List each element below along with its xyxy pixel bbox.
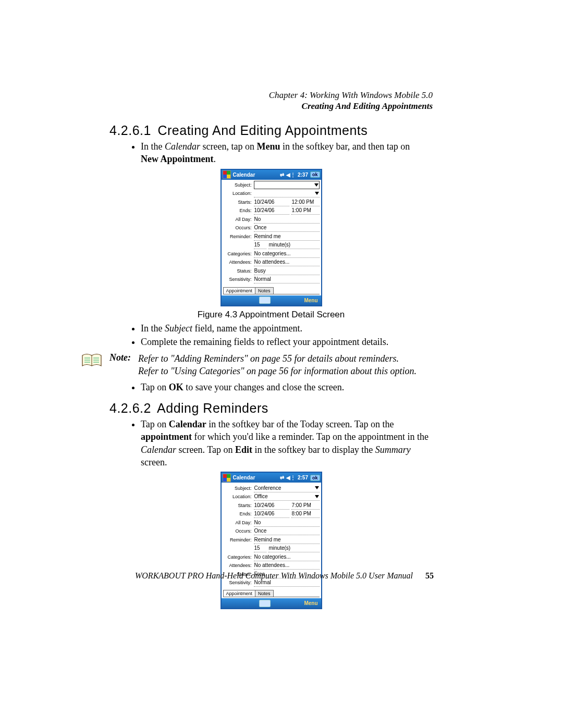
reminder-field[interactable]: Remind me xyxy=(254,232,320,241)
ok-button[interactable]: ok xyxy=(310,171,320,178)
chapter-line: Chapter 4: Working With Windows Mobile 5… xyxy=(269,90,433,101)
wm-softkey-bar: Menu xyxy=(222,295,321,305)
section-heading-4261: 4.2.6.1 Creating And Editing Appointment… xyxy=(109,123,433,138)
allday-label: All Day: xyxy=(223,520,254,525)
section-heading-4262: 4.2.6.2 Adding Reminders xyxy=(109,401,433,416)
allday-label: All Day: xyxy=(223,217,254,222)
wm-form: Subject: Location: Starts: 10/24/06 12:0… xyxy=(222,180,321,295)
starts-time-field[interactable]: 7:00 PM xyxy=(291,501,320,510)
wm-form: Subject: Conference Location: Office Sta… xyxy=(222,483,321,598)
wm-softkey-bar: Menu xyxy=(222,598,321,608)
categories-field[interactable]: No categories... xyxy=(254,553,320,561)
sensitivity-label: Sensitivity: xyxy=(223,277,254,282)
appointment-detail-screenshot-2: Calendar ⇄ ◀⋮ 2:57 ok Subject: Conferenc… xyxy=(221,472,322,609)
manual-page: Chapter 4: Working With Windows Mobile 5… xyxy=(0,0,563,728)
wm-titlebar: Calendar ⇄ ◀⋮ 2:57 ok xyxy=(222,473,321,483)
attendees-label: Attendees: xyxy=(223,260,254,265)
note-text: Refer to "Adding Reminders" on page 55 f… xyxy=(138,352,417,378)
status-field[interactable]: Busy xyxy=(254,267,320,275)
keyboard-icon[interactable] xyxy=(259,297,271,304)
reminder-field[interactable]: Remind me xyxy=(254,536,320,544)
wm-titlebar: Calendar ⇄ ◀⋮ 2:37 ok xyxy=(222,170,321,180)
bullet-item: Tap on Calendar in the softkey bar of th… xyxy=(141,418,433,468)
occurs-label: Occurs: xyxy=(223,225,254,230)
location-field[interactable] xyxy=(254,189,320,198)
tab-appointment[interactable]: Appointment xyxy=(223,287,256,294)
footer-text: WORKABOUT PRO Hand-Held Computer With Wi… xyxy=(135,571,413,580)
dropdown-icon[interactable] xyxy=(315,192,319,195)
starts-time-field[interactable]: 12:00 PM xyxy=(291,198,320,206)
starts-date-field[interactable]: 10/24/06 xyxy=(254,198,289,206)
softkey-menu[interactable]: Menu xyxy=(304,600,321,606)
wm-status-area: ⇄ ◀⋮ 2:37 ok xyxy=(280,171,320,178)
reminder-unit-field[interactable]: minute(s) xyxy=(268,241,320,249)
starts-label: Starts: xyxy=(223,503,254,508)
wm-clock: 2:37 xyxy=(298,172,308,178)
softkey-menu[interactable]: Menu xyxy=(304,298,321,303)
tab-notes[interactable]: Notes xyxy=(255,287,274,294)
allday-field[interactable]: No xyxy=(254,519,320,527)
page-content: 4.2.6.1 Creating And Editing Appointment… xyxy=(109,120,433,610)
bullet-item: Tap on OK to save your changes and close… xyxy=(141,381,433,393)
page-header: Chapter 4: Working With Windows Mobile 5… xyxy=(269,90,433,112)
wm-tabs: Appointment Notes xyxy=(223,590,320,597)
starts-date-field[interactable]: 10/24/06 xyxy=(254,501,289,510)
subject-label: Subject: xyxy=(223,486,254,491)
occurs-label: Occurs: xyxy=(223,528,254,534)
tab-notes[interactable]: Notes xyxy=(255,590,274,597)
page-number: 55 xyxy=(425,571,434,580)
ends-label: Ends: xyxy=(223,208,254,213)
status-label: Status: xyxy=(223,268,254,274)
wm-clock: 2:57 xyxy=(298,475,308,480)
reminder-num-field[interactable]: 15 xyxy=(254,544,266,552)
ends-label: Ends: xyxy=(223,511,254,516)
attendees-label: Attendees: xyxy=(223,563,254,568)
occurs-field[interactable]: Once xyxy=(254,224,320,232)
bullet-list-3: Tap on OK to save your changes and close… xyxy=(141,381,433,393)
dropdown-icon[interactable] xyxy=(315,486,319,489)
ok-button[interactable]: ok xyxy=(310,475,320,481)
dropdown-icon[interactable] xyxy=(315,495,319,498)
sensitivity-label: Sensitivity: xyxy=(223,580,254,585)
location-field[interactable]: Office xyxy=(254,492,320,501)
reminder-num-field[interactable]: 15 xyxy=(254,241,266,249)
subject-label: Subject: xyxy=(223,182,254,188)
wm-title: Calendar xyxy=(233,475,280,480)
starts-label: Starts: xyxy=(223,200,254,205)
reminder-unit-field[interactable]: minute(s) xyxy=(268,544,320,552)
subject-input[interactable] xyxy=(254,181,320,189)
wm-tabs: Appointment Notes xyxy=(223,287,320,294)
location-label: Location: xyxy=(223,191,254,196)
keyboard-icon[interactable] xyxy=(259,600,271,607)
page-footer: WORKABOUT PRO Hand-Held Computer With Wi… xyxy=(135,571,434,581)
start-flag-icon xyxy=(223,170,231,179)
categories-label: Categories: xyxy=(223,251,254,256)
bullet-list-4: Tap on Calendar in the softkey bar of th… xyxy=(141,418,433,468)
ends-date-field[interactable]: 10/24/06 xyxy=(254,510,289,518)
header-subtitle: Creating And Editing Appointments xyxy=(269,101,433,112)
location-label: Location: xyxy=(223,494,254,499)
reminder-label: Reminder: xyxy=(223,537,254,542)
connectivity-icon: ⇄ xyxy=(280,172,284,178)
sensitivity-field[interactable]: Normal xyxy=(254,275,320,283)
bullet-item: In the Subject field, name the appointme… xyxy=(141,322,433,335)
attendees-field[interactable]: No attendees... xyxy=(254,561,320,570)
attendees-field[interactable]: No attendees... xyxy=(254,258,320,266)
ends-date-field[interactable]: 10/24/06 xyxy=(254,206,289,215)
tab-appointment[interactable]: Appointment xyxy=(223,590,256,597)
dropdown-icon[interactable] xyxy=(314,183,319,187)
categories-field[interactable]: No categories... xyxy=(254,250,320,258)
subject-field[interactable]: Conference xyxy=(254,484,320,492)
allday-field[interactable]: No xyxy=(254,215,320,224)
occurs-field[interactable]: Once xyxy=(254,527,320,535)
section-title: Creating And Editing Appointments xyxy=(157,123,368,138)
ends-time-field[interactable]: 1:00 PM xyxy=(291,206,320,215)
note-book-icon xyxy=(81,352,109,371)
bullet-list-2: In the Subject field, name the appointme… xyxy=(141,322,433,349)
section-number: 4.2.6.1 xyxy=(109,123,154,138)
bullet-list-1: In the Calendar screen, tap on Menu in t… xyxy=(141,140,433,166)
wm-status-area: ⇄ ◀⋮ 2:57 ok xyxy=(280,475,320,481)
reminder-label: Reminder: xyxy=(223,234,254,239)
figure-caption: Figure 4.3 Appointment Detail Screen xyxy=(109,310,433,320)
ends-time-field[interactable]: 8:00 PM xyxy=(291,510,320,518)
